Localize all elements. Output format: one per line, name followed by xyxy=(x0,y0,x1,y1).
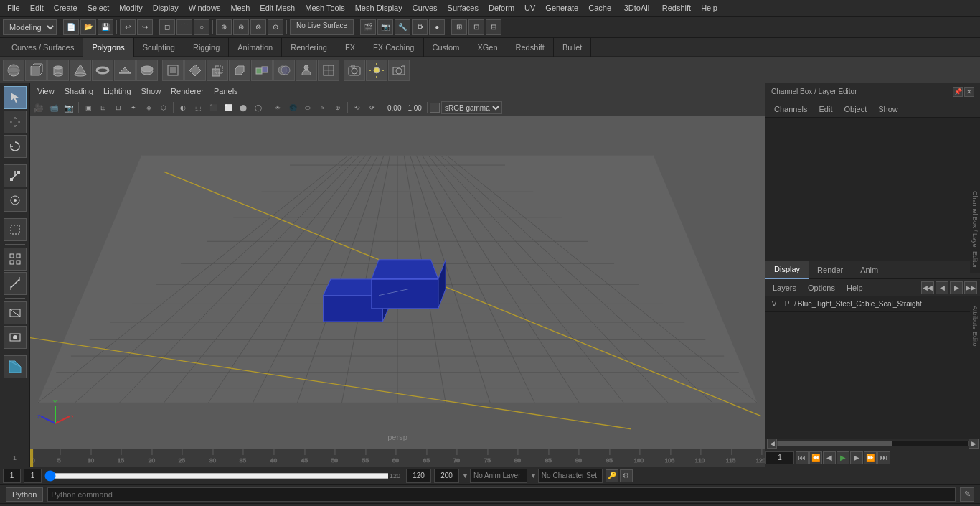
grid-snap[interactable] xyxy=(4,248,27,271)
vp-dof[interactable]: ⊕ xyxy=(331,100,345,115)
menu-uv[interactable]: UV xyxy=(520,2,540,14)
frame-slider[interactable] xyxy=(44,469,403,482)
panel-pin-btn[interactable]: 📌 xyxy=(953,87,963,97)
frame-start-input[interactable] xyxy=(24,469,42,483)
vp-rot2[interactable]: ⟳ xyxy=(365,100,380,115)
shelf-tool2[interactable] xyxy=(184,60,206,81)
vp-ao[interactable]: 🌑 xyxy=(286,100,300,115)
vp-tool3[interactable]: ⊡ xyxy=(111,100,126,115)
vp-menu-panels[interactable]: Panels xyxy=(209,85,242,97)
help-menu[interactable]: Help xyxy=(842,282,867,294)
channel-box-vertical-label[interactable]: Channel Box / Layer Editor xyxy=(970,187,980,273)
anim-end-input[interactable] xyxy=(406,469,431,483)
char-set-settings-btn[interactable]: ⚙ xyxy=(620,469,633,482)
vp-texture[interactable]: ⬜ xyxy=(221,100,235,115)
hide-btn[interactable] xyxy=(4,301,27,324)
menu-mesh[interactable]: Mesh xyxy=(226,2,254,14)
layer-prev-btn[interactable]: ◀ xyxy=(936,281,948,294)
live-surface-btn[interactable]: No Live Surface xyxy=(290,19,354,35)
shelf-bevel[interactable] xyxy=(229,60,250,81)
timeline-ruler[interactable]: 0 5 10 15 20 25 30 35 40 45 50 55 60 65 … xyxy=(30,449,765,467)
save-file-btn[interactable]: 💾 xyxy=(98,19,113,35)
marquee-select[interactable] xyxy=(4,218,27,241)
vp-xray[interactable]: ◯ xyxy=(251,100,265,115)
layer-next-next-btn[interactable]: ▶▶ xyxy=(964,281,977,294)
shelf-camera[interactable] xyxy=(388,60,410,81)
layer-next-btn[interactable]: ▶ xyxy=(950,281,963,294)
playback-next-frame[interactable]: ▶ xyxy=(850,451,863,464)
tab-object[interactable]: Object xyxy=(838,103,872,115)
layers-menu[interactable]: Layers xyxy=(768,282,801,294)
tab-fx-caching[interactable]: FX Caching xyxy=(364,38,423,57)
vp-menu-renderer[interactable]: Renderer xyxy=(166,85,208,97)
menu-help[interactable]: Help xyxy=(697,2,722,14)
python-toggle[interactable]: Python xyxy=(6,487,43,502)
menu-select[interactable]: Select xyxy=(83,2,114,14)
render1-btn[interactable]: 🎬 xyxy=(360,19,376,35)
shelf-cube[interactable] xyxy=(25,60,47,81)
snap2-btn[interactable]: ⊛ xyxy=(233,19,249,35)
open-file-btn[interactable]: 📂 xyxy=(80,19,96,35)
workspace2-btn[interactable]: ⊡ xyxy=(468,19,484,35)
3d-viewport-canvas[interactable]: X Y Z persp xyxy=(30,116,765,449)
vp-smooth[interactable]: ⬛ xyxy=(206,100,220,115)
viewport[interactable]: View Shading Lighting Show Renderer Pane… xyxy=(30,83,765,449)
scale-tool[interactable] xyxy=(4,164,27,187)
menu-generate[interactable]: Generate xyxy=(541,2,583,14)
vp-tool2[interactable]: ⊞ xyxy=(96,100,110,115)
vp-isolate[interactable]: ◐ xyxy=(176,100,190,115)
snap4-btn[interactable]: ⊙ xyxy=(268,19,283,35)
scrollbar-track[interactable] xyxy=(777,441,969,446)
measure-tool[interactable] xyxy=(4,272,27,295)
vp-shadow[interactable]: ☀ xyxy=(270,100,285,115)
rotate-tool[interactable] xyxy=(4,135,27,158)
redo-btn[interactable]: ↪ xyxy=(137,19,153,35)
menu-deform[interactable]: Deform xyxy=(484,2,519,14)
vp-menu-lighting[interactable]: Lighting xyxy=(99,85,136,97)
paint-btn[interactable]: ○ xyxy=(194,19,209,35)
playback-prev-frame[interactable]: ◀ xyxy=(823,451,836,464)
char-set-arrow[interactable]: ▼ xyxy=(530,472,537,479)
menu-3dtoall[interactable]: -3DtoAll- xyxy=(617,2,656,14)
options-menu[interactable]: Options xyxy=(804,282,839,294)
new-file-btn[interactable]: 📄 xyxy=(63,19,79,35)
playback-goto-end[interactable]: ⏭ xyxy=(877,451,890,464)
script-editor-btn[interactable]: ✎ xyxy=(960,487,974,502)
menu-edit-mesh[interactable]: Edit Mesh xyxy=(255,2,299,14)
shelf-cylinder[interactable] xyxy=(47,60,69,81)
tab-rendering[interactable]: Rendering xyxy=(282,38,336,57)
shelf-tool1[interactable] xyxy=(162,60,184,81)
no-char-set-label[interactable]: No Character Set xyxy=(538,469,603,483)
menu-windows[interactable]: Windows xyxy=(184,2,225,14)
tab-redshift[interactable]: Redshift xyxy=(507,38,554,57)
panel-close-btn[interactable]: ✕ xyxy=(964,87,974,97)
undo-btn[interactable]: ↩ xyxy=(120,19,136,35)
shelf-subdivide[interactable] xyxy=(318,60,339,81)
workspace3-btn[interactable]: ⊟ xyxy=(486,19,501,35)
shelf-render-cam[interactable] xyxy=(344,60,365,81)
layer-row-1[interactable]: V P / Blue_Tight_Steel_Cable_Seal_Straig… xyxy=(765,296,980,312)
menu-surfaces[interactable]: Surfaces xyxy=(443,2,483,14)
tab-channels[interactable]: Channels xyxy=(768,103,813,115)
lasso-btn[interactable]: ⌒ xyxy=(176,19,192,35)
mode-selector[interactable]: Modeling xyxy=(3,19,57,35)
menu-redshift[interactable]: Redshift xyxy=(658,2,695,14)
vp-aa[interactable]: ⬭ xyxy=(301,100,315,115)
timeline-frame-input[interactable] xyxy=(765,451,794,464)
tab-show[interactable]: Show xyxy=(872,103,904,115)
no-anim-layer-label[interactable]: No Anim Layer xyxy=(470,469,527,483)
scroll-right-btn[interactable]: ▶ xyxy=(969,439,979,449)
menu-create[interactable]: Create xyxy=(50,2,82,14)
tab-display[interactable]: Display xyxy=(765,261,809,279)
vp-tool6[interactable]: ⬡ xyxy=(156,100,171,115)
vp-wire[interactable]: ⬚ xyxy=(191,100,205,115)
shelf-disc[interactable] xyxy=(136,60,158,81)
tab-fx[interactable]: FX xyxy=(336,38,364,57)
layer-pencil-icon[interactable]: / xyxy=(794,300,796,308)
vp-color-select[interactable]: sRGB gamma xyxy=(441,101,502,114)
vp-cam1[interactable]: 🎥 xyxy=(32,100,46,115)
vp-menu-view[interactable]: View xyxy=(33,85,59,97)
menu-display[interactable]: Display xyxy=(149,2,183,14)
menu-mesh-display[interactable]: Mesh Display xyxy=(351,2,407,14)
select-btn[interactable]: ◻ xyxy=(159,19,175,35)
